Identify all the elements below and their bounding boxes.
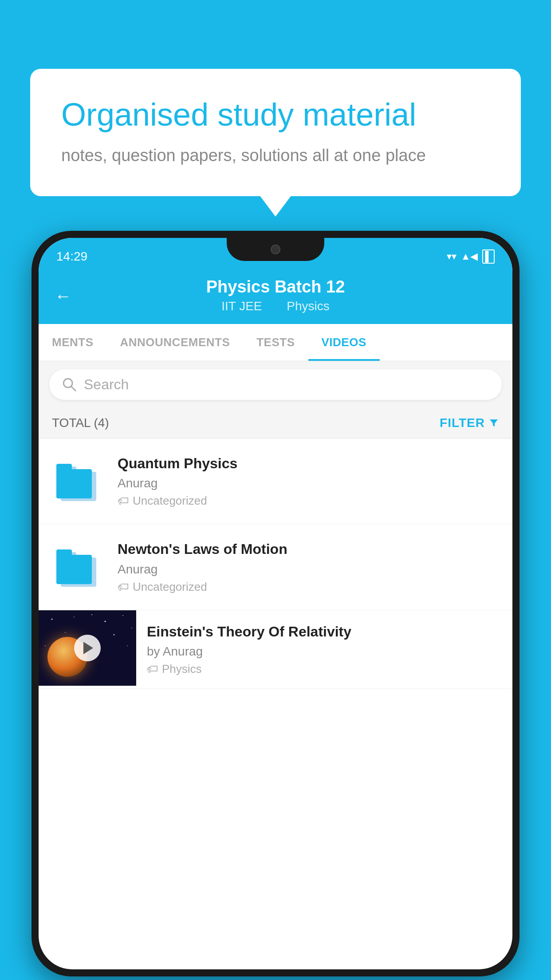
play-icon [83,642,93,654]
phone-mockup: 14:29 ▾▾ ▲◀ ▌ ← Physics Batch 12 IIT JEE… [31,231,520,976]
svg-point-10 [114,634,115,635]
video-item[interactable]: Quantum Physics Anurag 🏷 Uncategorized [39,439,512,525]
speech-bubble-section: Organised study material notes, question… [30,69,521,196]
app-header: ← Physics Batch 12 IIT JEE Physics [39,268,512,324]
folder-front [56,469,92,498]
video-author: Anurag [118,562,499,577]
search-bar-container: Search [39,361,512,408]
filter-button[interactable]: FILTER [440,416,499,430]
video-thumb [52,454,105,508]
speech-bubble: Organised study material notes, question… [30,69,521,196]
tab-ments[interactable]: MENTS [39,324,107,361]
header-subject: Physics [287,299,329,313]
video-title: Quantum Physics [118,454,499,473]
video-item[interactable]: Newton's Laws of Motion Anurag 🏷 Uncateg… [39,524,512,610]
svg-point-11 [127,645,128,646]
video-thumb [52,540,105,593]
wifi-icon: ▾▾ [447,251,457,262]
battery-icon: ▌ [482,249,495,264]
signal-icon: ▲◀ [461,251,478,262]
filter-icon [488,418,499,428]
phone-screen: 14:29 ▾▾ ▲◀ ▌ ← Physics Batch 12 IIT JEE… [39,238,512,969]
svg-point-7 [131,628,132,628]
tab-announcements[interactable]: ANNOUNCEMENTS [107,324,244,361]
svg-point-6 [122,615,123,616]
svg-line-1 [71,387,75,391]
phone-notch [227,238,324,261]
status-icons: ▾▾ ▲◀ ▌ [447,249,495,264]
folder-icon [56,461,101,501]
header-title: Physics Batch 12 [56,277,495,297]
video-title: Newton's Laws of Motion [118,540,499,559]
tag-icon: 🏷 [118,580,129,594]
search-icon [62,377,77,392]
tab-videos[interactable]: VIDEOS [308,324,380,361]
video-author: Anurag [118,476,499,490]
bubble-title: Organised study material [61,95,490,134]
back-button[interactable]: ← [55,286,71,305]
video-list: Quantum Physics Anurag 🏷 Uncategorized [39,439,512,689]
svg-point-3 [51,618,53,620]
video-thumbnail [39,610,136,686]
svg-point-4 [74,616,75,617]
folder-icon [56,547,101,587]
video-tag: 🏷 Uncategorized [118,494,499,508]
svg-point-12 [45,645,46,646]
folder-front [56,555,92,584]
svg-point-8 [65,632,66,633]
search-bar[interactable]: Search [49,369,502,400]
filter-row: TOTAL (4) FILTER [39,408,512,439]
tag-icon: 🏷 [147,662,158,676]
video-title: Einstein's Theory Of Relativity [147,623,502,641]
header-subtitle: IIT JEE Physics [56,299,495,313]
svg-point-5 [105,620,106,622]
header-category: IIT JEE [221,299,262,313]
video-info: Newton's Laws of Motion Anurag 🏷 Uncateg… [118,540,499,594]
tab-tests[interactable]: TESTS [243,324,308,361]
video-info: Quantum Physics Anurag 🏷 Uncategorized [118,454,499,508]
tabs-bar: MENTS ANNOUNCEMENTS TESTS VIDEOS [39,324,512,361]
bubble-subtitle: notes, question papers, solutions all at… [61,146,490,165]
play-button[interactable] [74,635,101,661]
video-item[interactable]: Einstein's Theory Of Relativity by Anura… [39,610,512,689]
search-placeholder: Search [84,376,129,393]
video-tag: 🏷 Uncategorized [118,580,499,594]
video-author: by Anurag [147,644,502,659]
camera-icon [271,245,280,254]
total-count: TOTAL (4) [52,416,109,430]
svg-point-9 [91,614,92,615]
status-time: 14:29 [56,249,87,264]
video-info: Einstein's Theory Of Relativity by Anura… [136,610,512,689]
tag-icon: 🏷 [118,494,129,508]
video-tag: 🏷 Physics [147,662,502,676]
